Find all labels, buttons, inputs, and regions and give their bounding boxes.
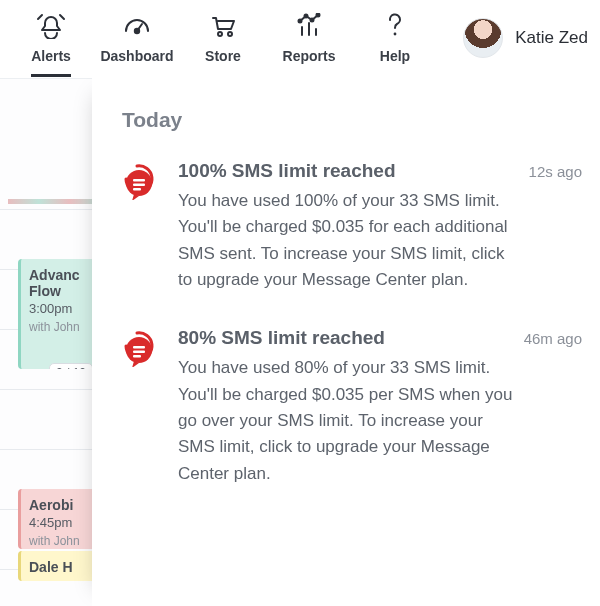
svg-rect-20 bbox=[133, 351, 145, 353]
user-menu[interactable]: Katie Zed bbox=[463, 10, 592, 58]
event-with: with John bbox=[29, 320, 98, 334]
calendar-event[interactable]: Dale H bbox=[18, 551, 100, 581]
svg-point-4 bbox=[218, 32, 222, 36]
alert-time: 12s ago bbox=[529, 163, 582, 180]
store-icon bbox=[208, 12, 238, 40]
svg-point-10 bbox=[305, 15, 308, 18]
sms-alert-icon bbox=[122, 327, 160, 487]
alert-title: 80% SMS limit reached bbox=[178, 327, 385, 349]
alert-body: You have used 80% of your 33 SMS limit. … bbox=[178, 355, 518, 487]
svg-rect-19 bbox=[133, 346, 145, 348]
alert-time: 46m ago bbox=[524, 330, 582, 347]
nav-store[interactable]: Store bbox=[180, 10, 266, 64]
svg-point-9 bbox=[299, 20, 302, 23]
alerts-panel: Today 100% SMS limit reached 12s bbox=[92, 78, 600, 606]
alert-body: You have used 100% of your 33 SMS limit.… bbox=[178, 188, 518, 293]
nav-label: Help bbox=[380, 48, 410, 64]
nav-reports[interactable]: Reports bbox=[266, 10, 352, 64]
nav-alerts[interactable]: Alerts bbox=[8, 10, 94, 77]
nav-label: Store bbox=[205, 48, 241, 64]
nav-help[interactable]: Help bbox=[352, 10, 438, 64]
svg-rect-16 bbox=[133, 184, 145, 186]
alerts-icon bbox=[36, 12, 66, 40]
alert-title: 100% SMS limit reached bbox=[178, 160, 396, 182]
alert-item[interactable]: 100% SMS limit reached 12s ago You have … bbox=[122, 160, 582, 293]
nav-dashboard[interactable]: Dashboard bbox=[94, 10, 180, 64]
calendar-event[interactable]: Aerobi 4:45pm with John bbox=[18, 489, 100, 549]
svg-point-5 bbox=[228, 32, 232, 36]
nav-label: Alerts bbox=[31, 48, 71, 77]
calendar-background: Advanc Flow 3:00pm with John 2 / 10 Aero… bbox=[0, 78, 100, 606]
svg-point-11 bbox=[311, 19, 314, 22]
help-icon bbox=[383, 12, 407, 40]
alerts-section-title: Today bbox=[122, 108, 582, 132]
svg-point-14 bbox=[126, 170, 152, 196]
event-time: 4:45pm bbox=[29, 515, 98, 530]
event-title: Advanc bbox=[29, 267, 98, 283]
nav-label: Dashboard bbox=[100, 48, 173, 64]
svg-line-0 bbox=[38, 15, 42, 19]
dashboard-icon bbox=[122, 12, 152, 40]
svg-point-18 bbox=[126, 337, 152, 363]
svg-rect-21 bbox=[133, 355, 141, 357]
reports-icon bbox=[294, 12, 324, 40]
event-title: Flow bbox=[29, 283, 98, 299]
event-with: with John bbox=[29, 534, 98, 548]
svg-point-12 bbox=[317, 14, 320, 17]
svg-line-1 bbox=[60, 15, 64, 19]
event-title: Dale H bbox=[29, 559, 98, 575]
calendar-event[interactable]: Advanc Flow 3:00pm with John 2 / 10 bbox=[18, 259, 100, 369]
event-capacity: 2 / 10 bbox=[49, 363, 93, 369]
alert-item[interactable]: 80% SMS limit reached 46m ago You have u… bbox=[122, 327, 582, 487]
svg-rect-17 bbox=[133, 188, 141, 190]
event-time: 3:00pm bbox=[29, 301, 98, 316]
top-nav: Alerts Dashboard Store bbox=[0, 0, 600, 78]
nav-label: Reports bbox=[283, 48, 336, 64]
event-title: Aerobi bbox=[29, 497, 98, 513]
user-name: Katie Zed bbox=[515, 28, 588, 48]
sms-alert-icon bbox=[122, 160, 160, 293]
avatar bbox=[463, 18, 503, 58]
svg-point-13 bbox=[394, 33, 397, 36]
svg-rect-15 bbox=[133, 179, 145, 181]
